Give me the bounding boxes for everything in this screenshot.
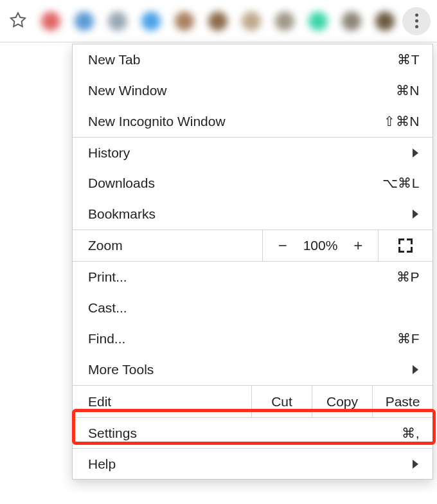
extension-icon[interactable] <box>342 12 361 31</box>
extension-icon[interactable] <box>108 12 127 31</box>
zoom-out-button[interactable]: − <box>276 237 289 255</box>
menu-item-label: New Window <box>88 83 167 98</box>
extension-icon[interactable] <box>75 12 94 31</box>
menu-item-label: Cast... <box>88 300 127 316</box>
zoom-in-button[interactable]: + <box>352 237 364 255</box>
menu-item-label: New Incognito Window <box>88 114 226 129</box>
edit-copy-button[interactable]: Copy <box>312 386 372 417</box>
extension-icon[interactable] <box>141 12 161 31</box>
menu-item-cast[interactable]: Cast... <box>73 292 433 323</box>
menu-item-label: History <box>88 145 130 161</box>
menu-item-print[interactable]: Print... ⌘P <box>73 262 433 292</box>
menu-item-bookmarks[interactable]: Bookmarks <box>73 199 433 230</box>
menu-item-shortcut: ⌘T <box>397 52 420 68</box>
menu-item-shortcut: ⌘, <box>402 426 420 441</box>
more-menu-button[interactable] <box>402 7 431 35</box>
extension-icon[interactable] <box>208 12 227 31</box>
star-icon <box>9 11 27 32</box>
menu-item-label: More Tools <box>88 362 154 377</box>
extension-icon[interactable] <box>242 12 261 31</box>
zoom-label: Zoom <box>73 230 263 261</box>
menu-item-find[interactable]: Find... ⌘F <box>73 323 433 354</box>
menu-item-zoom: Zoom − 100% + <box>73 230 433 262</box>
extension-icon[interactable] <box>41 12 60 31</box>
menu-item-shortcut: ⌘N <box>396 83 420 98</box>
menu-item-label: Print... <box>88 269 127 285</box>
chevron-right-icon <box>413 148 418 158</box>
edit-cut-button[interactable]: Cut <box>251 386 312 417</box>
extension-icon[interactable] <box>175 12 194 31</box>
menu-item-label: Downloads <box>88 176 155 191</box>
extension-icon[interactable] <box>275 12 294 31</box>
extension-icon[interactable] <box>308 12 328 31</box>
fullscreen-button[interactable] <box>379 230 433 261</box>
menu-item-shortcut: ⌘P <box>397 269 420 285</box>
menu-item-label: Settings <box>88 426 137 441</box>
edit-paste-button[interactable]: Paste <box>372 386 433 417</box>
menu-item-shortcut: ⌘F <box>397 331 420 346</box>
main-menu: New Tab ⌘T New Window ⌘N New Incognito W… <box>72 44 433 480</box>
menu-item-settings[interactable]: Settings ⌘, <box>73 417 433 448</box>
menu-item-new-tab[interactable]: New Tab ⌘T <box>73 44 433 75</box>
browser-toolbar <box>0 0 437 42</box>
menu-item-label: Bookmarks <box>88 206 156 222</box>
menu-item-downloads[interactable]: Downloads ⌥⌘L <box>73 168 433 199</box>
menu-item-label: Edit <box>88 394 111 410</box>
chevron-right-icon <box>413 210 418 219</box>
menu-item-label: Help <box>88 456 116 472</box>
bookmark-star-button[interactable] <box>4 7 32 35</box>
menu-item-new-window[interactable]: New Window ⌘N <box>73 75 433 106</box>
menu-item-help[interactable]: Help <box>73 448 433 479</box>
menu-item-more-tools[interactable]: More Tools <box>73 354 433 385</box>
menu-item-shortcut: ⌥⌘L <box>382 176 420 191</box>
chevron-right-icon <box>413 365 418 374</box>
zoom-value: 100% <box>303 238 338 253</box>
chevron-right-icon <box>413 460 418 469</box>
menu-item-new-incognito[interactable]: New Incognito Window ⇧⌘N <box>73 106 433 137</box>
fullscreen-icon <box>398 239 413 253</box>
menu-item-label: New Tab <box>88 52 140 68</box>
vertical-dots-icon <box>415 12 418 30</box>
menu-item-history[interactable]: History <box>73 137 433 168</box>
menu-item-shortcut: ⇧⌘N <box>384 114 420 129</box>
menu-item-edit: Edit Cut Copy Paste <box>73 385 433 417</box>
extension-icon[interactable] <box>375 12 395 31</box>
extensions-row <box>39 12 397 31</box>
menu-item-label: Find... <box>88 331 125 346</box>
